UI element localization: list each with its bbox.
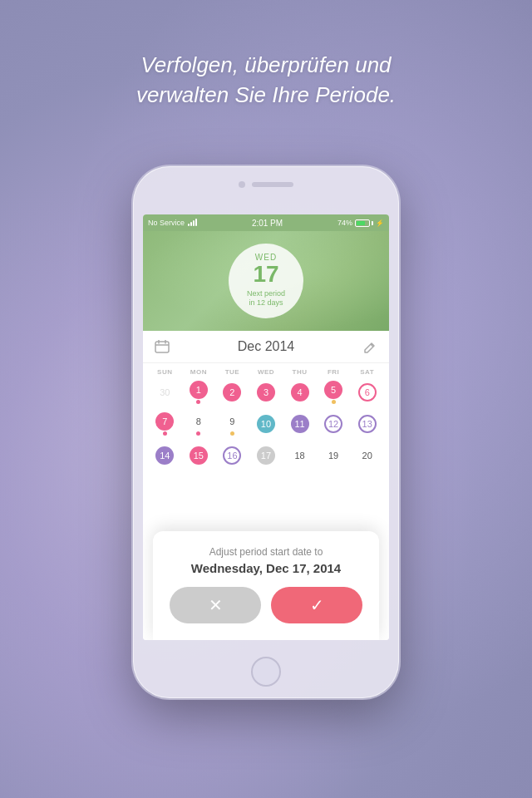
cal-dot	[332, 400, 336, 404]
battery-icon	[355, 219, 373, 227]
calendar-nav: Dec 2014	[143, 331, 389, 363]
calendar-cell-16[interactable]: 15	[182, 441, 216, 470]
wifi-icon	[188, 219, 197, 228]
calendar-cell-21[interactable]: 20	[350, 441, 384, 470]
charging-icon: ⚡	[376, 219, 384, 227]
phone-body: No Service 2:01 PM 74%	[133, 166, 399, 698]
calendar-month-title: Dec 2014	[238, 339, 295, 354]
calendar-cell-11[interactable]: 10	[249, 409, 283, 439]
edit-icon[interactable]	[361, 337, 379, 356]
date-circle: WED 17 Next period in 12 days	[229, 244, 303, 318]
calendar-cell-6[interactable]: 5	[317, 377, 351, 407]
phone-mockup: No Service 2:01 PM 74%	[133, 166, 399, 698]
phone-speaker	[252, 182, 293, 187]
status-bar: No Service 2:01 PM 74%	[143, 214, 389, 231]
cal-dot	[230, 431, 234, 436]
phone-screen: No Service 2:01 PM 74%	[143, 214, 389, 640]
modal-bottom: Adjust period start date to Wednesday, D…	[153, 531, 379, 640]
calendar-grid: 301234567891011121314151617181920	[143, 377, 389, 470]
modal-buttons: ✕ ✓	[166, 587, 366, 623]
calendar-days-header: SUN MON TUE WED THU FRI SAT	[143, 363, 389, 377]
phone-top-bar	[239, 181, 293, 188]
day-header-mon: MON	[182, 367, 216, 377]
status-right: 74% ⚡	[337, 219, 384, 227]
cal-dot	[196, 431, 200, 436]
calendar-cell-9[interactable]: 8	[182, 409, 216, 439]
day-header-fri: FRI	[317, 367, 351, 377]
cal-dot	[196, 400, 200, 404]
calendar-cell-7[interactable]: 6	[350, 377, 384, 407]
calendar-cell-19[interactable]: 18	[283, 441, 317, 470]
day-header-sun: SUN	[148, 367, 182, 377]
day-header-wed: WED	[249, 367, 283, 377]
calendar-cell-15[interactable]: 14	[148, 441, 182, 470]
calendar-cell-3[interactable]: 2	[215, 377, 249, 407]
day-header-tue: TUE	[215, 367, 249, 377]
calendar-icon[interactable]	[153, 337, 171, 356]
status-time: 2:01 PM	[252, 219, 283, 228]
calendar-cell-14[interactable]: 13	[350, 409, 384, 439]
calendar-cell-20[interactable]: 19	[317, 441, 351, 470]
modal-sub-text: Adjust period start date to	[166, 546, 366, 558]
day-header-sat: SAT	[350, 367, 384, 377]
no-service-text: No Service	[148, 219, 185, 227]
tagline-line2: verwalten Sie Ihre Periode.	[33, 80, 499, 110]
calendar-cell-2[interactable]: 1	[182, 377, 216, 407]
calendar-cell-13[interactable]: 12	[317, 409, 351, 439]
calendar-cell-18[interactable]: 17	[249, 441, 283, 470]
status-left: No Service	[148, 219, 197, 228]
calendar-cell-10[interactable]: 9	[215, 409, 249, 439]
svg-rect-0	[155, 342, 169, 352]
phone-camera	[239, 181, 245, 188]
cal-dot	[163, 431, 167, 436]
battery-percent: 74%	[337, 219, 352, 227]
calendar-cell-4[interactable]: 3	[249, 377, 283, 407]
battery-fill	[357, 221, 365, 225]
battery-tip	[372, 221, 373, 225]
calendar-cell-17[interactable]: 16	[215, 441, 249, 470]
tagline: Verfolgen, überprüfen und verwalten Sie …	[0, 50, 532, 111]
home-button[interactable]	[251, 657, 281, 687]
day-header-thu: THU	[283, 367, 317, 377]
modal-main-text: Wednesday, Dec 17, 2014	[166, 561, 366, 575]
tagline-line1: Verfolgen, überprüfen und	[33, 50, 499, 80]
calendar-cell-12[interactable]: 11	[283, 409, 317, 439]
calendar-cell-1[interactable]: 30	[148, 377, 182, 407]
confirm-button[interactable]: ✓	[271, 587, 362, 623]
cancel-button[interactable]: ✕	[170, 587, 261, 623]
next-period-text: Next period in 12 days	[247, 289, 285, 308]
calendar-cell-8[interactable]: 7	[148, 409, 182, 439]
calendar-cell-5[interactable]: 4	[283, 377, 317, 407]
day-number: 17	[253, 262, 278, 288]
app-header: WED 17 Next period in 12 days	[143, 231, 389, 331]
